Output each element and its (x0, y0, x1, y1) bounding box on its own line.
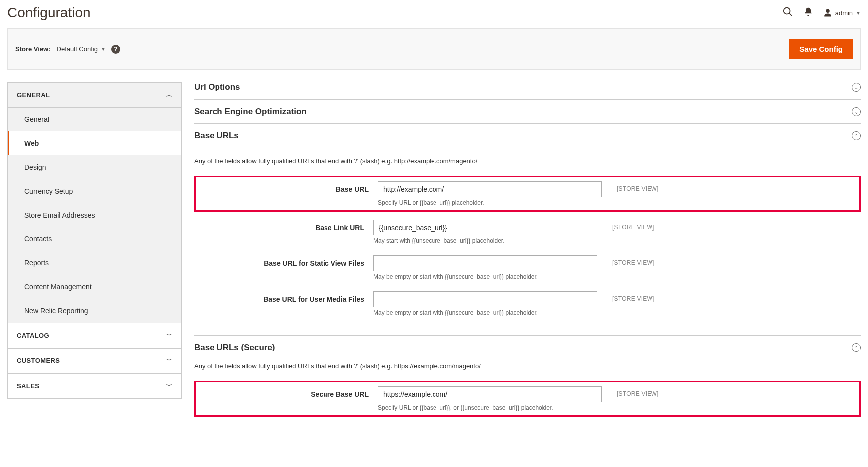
collapse-icon: ⌃ (852, 131, 861, 140)
field-label-base-url-media: Base URL for User Media Files (194, 291, 373, 303)
field-note: May start with {{unsecure_base_url}} pla… (373, 237, 597, 244)
chevron-down-icon: ﹀ (166, 356, 172, 365)
admin-user-label: admin (835, 9, 853, 17)
sidebar-item-general[interactable]: General (8, 108, 181, 131)
page-title: Configuration (7, 5, 91, 21)
sidebar-section-label: GENERAL (17, 91, 50, 99)
section-title: Url Options (194, 82, 240, 92)
highlight-base-url: Base URL Specify URL or {{base_url}} pla… (194, 176, 861, 212)
search-icon[interactable] (782, 6, 793, 20)
chevron-down-icon: ﹀ (166, 331, 172, 340)
section-seo[interactable]: Search Engine Optimization ⌄ (194, 100, 861, 124)
config-content: Url Options ⌄ Search Engine Optimization… (194, 82, 861, 428)
input-secure-base-url[interactable] (378, 386, 602, 402)
sidebar-item-currency-setup[interactable]: Currency Setup (8, 179, 181, 203)
highlight-secure-base-url: Secure Base URL Specify URL or {{base_ur… (194, 381, 861, 417)
sidebar-item-store-email[interactable]: Store Email Addresses (8, 203, 181, 227)
sidebar-section-label: SALES (17, 382, 39, 390)
section-base-urls-body: Any of the fields allow fully qualified … (194, 148, 861, 330)
sidebar-item-design[interactable]: Design (8, 155, 181, 179)
sidebar-section-general[interactable]: GENERAL ︿ (8, 83, 181, 108)
field-note: Specify URL or {{base_url}}, or {{unsecu… (378, 404, 602, 411)
notifications-icon[interactable] (803, 7, 813, 19)
field-scope: [STORE VIEW] (602, 181, 659, 192)
input-base-url[interactable] (378, 181, 602, 197)
section-title: Base URLs (194, 131, 239, 141)
sidebar-section-label: CATALOG (17, 332, 49, 339)
section-url-options[interactable]: Url Options ⌄ (194, 82, 861, 100)
section-base-urls-secure[interactable]: Base URLs (Secure) ⌃ (194, 336, 861, 359)
sidebar-item-new-relic[interactable]: New Relic Reporting (8, 299, 181, 323)
input-base-url-static[interactable] (373, 255, 597, 271)
sidebar-item-reports[interactable]: Reports (8, 251, 181, 275)
section-base-urls-secure-body: Any of the fields allow fully qualified … (194, 359, 861, 428)
config-sidebar: GENERAL ︿ General Web Design Currency Se… (7, 82, 182, 399)
field-scope: [STORE VIEW] (597, 220, 654, 231)
expand-icon: ⌄ (852, 107, 861, 116)
caret-down-icon: ▼ (101, 46, 106, 52)
section-base-urls[interactable]: Base URLs ⌃ (194, 124, 861, 148)
toolbar: Store View: Default Config ▼ ? Save Conf… (7, 28, 861, 70)
store-view-value: Default Config (57, 45, 98, 53)
field-note: May be empty or start with {{unsecure_ba… (373, 309, 597, 316)
sidebar-item-web[interactable]: Web (8, 131, 181, 155)
admin-user-menu[interactable]: admin ▼ (823, 8, 861, 17)
section-title: Base URLs (Secure) (194, 343, 275, 352)
field-label-base-link-url: Base Link URL (194, 220, 373, 232)
chevron-down-icon: ﹀ (166, 382, 172, 390)
chevron-up-icon: ︿ (166, 91, 172, 99)
input-base-link-url[interactable] (373, 220, 597, 235)
user-icon (823, 8, 832, 17)
field-scope: [STORE VIEW] (602, 386, 659, 397)
store-view-select[interactable]: Default Config ▼ (57, 45, 106, 53)
field-scope: [STORE VIEW] (597, 291, 654, 302)
caret-down-icon: ▼ (856, 10, 861, 16)
sidebar-item-content-mgmt[interactable]: Content Management (8, 275, 181, 299)
field-label-base-url: Base URL (199, 181, 378, 193)
save-config-button[interactable]: Save Config (789, 39, 853, 59)
svg-point-0 (783, 7, 790, 14)
field-scope: [STORE VIEW] (597, 255, 654, 266)
field-label-secure-base-url: Secure Base URL (199, 386, 378, 398)
sidebar-section-sales[interactable]: SALES ﹀ (8, 373, 181, 399)
section-description: Any of the fields allow fully qualified … (194, 157, 861, 165)
sidebar-item-contacts[interactable]: Contacts (8, 227, 181, 251)
section-title: Search Engine Optimization (194, 107, 307, 117)
svg-line-1 (789, 13, 792, 16)
field-note: May be empty or start with {{unsecure_ba… (373, 273, 597, 280)
collapse-icon: ⌃ (852, 343, 861, 352)
sidebar-section-customers[interactable]: CUSTOMERS ﹀ (8, 348, 181, 373)
help-icon[interactable]: ? (111, 45, 120, 54)
store-view-label: Store View: (15, 45, 51, 53)
input-base-url-media[interactable] (373, 291, 597, 307)
header-actions: admin ▼ (782, 6, 861, 20)
field-note: Specify URL or {{base_url}} placeholder. (378, 199, 602, 206)
section-description: Any of the fields allow fully qualified … (194, 362, 861, 370)
field-label-base-url-static: Base URL for Static View Files (194, 255, 373, 267)
sidebar-section-label: CUSTOMERS (17, 357, 60, 364)
sidebar-section-catalog[interactable]: CATALOG ﹀ (8, 323, 181, 348)
expand-icon: ⌄ (852, 83, 861, 92)
